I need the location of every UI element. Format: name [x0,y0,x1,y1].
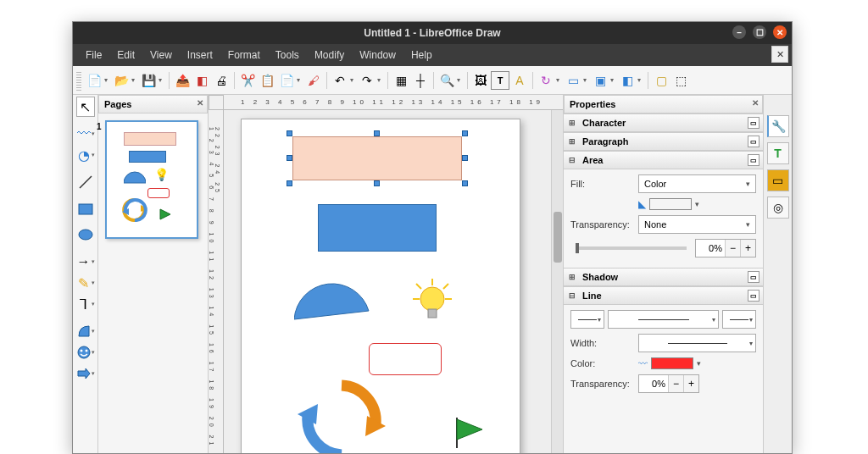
tab-gallery[interactable]: ▭ [767,169,789,191]
arrow-start-select[interactable]: ▾ [570,310,604,329]
shape-rounded-rect[interactable] [369,343,442,375]
section-paragraph[interactable]: ⊞ Paragraph ▭ [564,132,763,151]
arrow-dropdown[interactable]: ▾ [92,258,97,265]
rectangle-tool[interactable] [76,199,95,219]
redo-dropdown[interactable]: ▾ [377,76,384,84]
symbol-shapes-dropdown[interactable]: ▾ [92,349,97,356]
transparency-type-select[interactable]: None ▾ [638,215,756,234]
line-tool[interactable] [76,172,95,192]
curve-dropdown[interactable]: ▾ [92,280,97,286]
clone-formatting-button[interactable]: 🖌 [304,71,323,90]
line-color-dropdown[interactable]: ▾ [92,130,97,137]
line-transparency-input[interactable] [639,379,668,389]
curve-tool[interactable]: ✎ [75,273,93,293]
spinner-decrease[interactable]: − [725,240,740,257]
connector-tool[interactable]: ⅂ [75,294,93,314]
export-pdf-button[interactable]: ◧ [192,71,211,90]
menu-tools[interactable]: Tools [268,46,307,64]
vertical-scrollbar[interactable] [551,110,563,453]
document-close-button[interactable]: ✕ [771,46,788,63]
arrow-end-select[interactable]: ▾ [722,310,756,329]
menu-format[interactable]: Format [220,46,268,64]
zoom-dropdown[interactable]: ▾ [457,76,464,84]
grid-button[interactable]: ▦ [392,71,410,90]
align-button[interactable]: ▭ [564,71,582,90]
shadow-more-button[interactable]: ▭ [748,271,760,283]
section-area[interactable]: ⊟ Area ▭ [564,151,763,169]
toolbar-grip[interactable] [76,70,81,91]
line-more-button[interactable]: ▭ [748,290,760,302]
section-line[interactable]: ⊟ Line ▭ [564,286,763,305]
drawing-page[interactable] [241,119,520,453]
distribute-dropdown[interactable]: ▾ [637,76,644,84]
align-dropdown[interactable]: ▾ [583,76,590,84]
distribute-button[interactable]: ◧ [618,71,637,90]
line-width-select[interactable]: ▾ [638,334,756,352]
block-arrows-tool[interactable] [75,363,93,384]
new-button[interactable]: 📄 [85,71,103,90]
menu-view[interactable]: View [142,46,180,64]
undo-button[interactable]: ↶ [331,71,349,90]
area-more-button[interactable]: ▭ [748,154,760,166]
rotate-dropdown[interactable]: ▾ [556,76,563,84]
tab-navigator[interactable]: ◎ [767,197,789,219]
paste-button[interactable]: 📄 [277,71,296,90]
rotate-button[interactable]: ↻ [537,71,555,90]
fontwork-button[interactable]: A [510,71,529,90]
spinner-increase[interactable]: + [683,375,698,392]
insert-textbox-button[interactable]: T [491,71,509,90]
symbol-shapes-tool[interactable] [75,342,93,363]
copy-button[interactable]: 📋 [258,71,276,90]
arrow-tool[interactable]: → [75,252,93,272]
insert-image-button[interactable]: 🖼 [471,71,490,90]
transparency-slider[interactable] [576,246,687,250]
menu-window[interactable]: Window [352,46,403,64]
transparency-input[interactable] [696,243,725,253]
section-character[interactable]: ⊞ Character ▭ [564,114,763,132]
line-color-swatch[interactable] [651,357,693,369]
section-shadow[interactable]: ⊞ Shadow ▭ [564,268,763,286]
line-transparency-spinner[interactable]: − + [638,374,699,393]
character-more-button[interactable]: ▭ [748,117,760,129]
save-button[interactable]: 💾 [139,71,158,90]
page-thumbnail-1[interactable]: 1 💡 [105,120,198,239]
selection-handles[interactable] [290,134,465,183]
export-button[interactable]: 📤 [173,71,192,90]
helplines-button[interactable]: ┼ [411,71,430,90]
shape-rectangle-blue[interactable] [318,204,437,252]
basic-shapes-dropdown[interactable]: ▾ [92,328,97,335]
shape-rectangle-selected[interactable] [292,136,462,180]
minimize-button[interactable]: – [732,25,746,39]
menu-edit[interactable]: Edit [109,46,142,64]
fill-type-select[interactable]: Color ▾ [638,174,756,193]
fill-color-dropdown[interactable]: ▾ [92,152,97,158]
shape-lightbulb[interactable] [411,277,453,324]
connector-dropdown[interactable]: ▾ [92,301,97,307]
shadow-toolbar-button[interactable]: ▢ [652,71,670,90]
menu-help[interactable]: Help [403,46,440,64]
vertical-ruler[interactable]: 1 2 3 4 5 6 7 8 9 10 11 12 13 14 15 16 1… [209,110,224,453]
shape-semicircle[interactable] [294,277,370,326]
shape-flag[interactable] [453,416,487,450]
paste-dropdown[interactable]: ▾ [297,76,303,84]
spinner-decrease[interactable]: − [668,375,683,392]
zoom-button[interactable]: 🔍 [437,71,456,90]
basic-shapes-tool[interactable] [75,321,93,341]
pages-panel-close[interactable]: ✕ [197,98,203,108]
menu-file[interactable]: File [78,46,109,64]
ellipse-tool[interactable] [76,224,95,245]
open-dropdown[interactable]: ▾ [131,76,138,84]
redo-button[interactable]: ↷ [358,71,376,90]
maximize-button[interactable]: ☐ [753,25,766,39]
save-dropdown[interactable]: ▾ [159,76,165,84]
shape-circular-arrows[interactable] [291,374,392,453]
menu-insert[interactable]: Insert [180,46,220,64]
tab-properties[interactable]: 🔧 [767,115,789,137]
menu-modify[interactable]: Modify [307,46,352,64]
line-color-tool[interactable]: 〰 [75,124,93,144]
fill-color-swatch[interactable] [649,198,692,210]
arrange-dropdown[interactable]: ▾ [610,76,617,84]
properties-close[interactable]: ✕ [752,98,759,108]
fill-color-dropdown[interactable]: ▾ [695,200,699,208]
print-button[interactable]: 🖨 [212,71,231,90]
